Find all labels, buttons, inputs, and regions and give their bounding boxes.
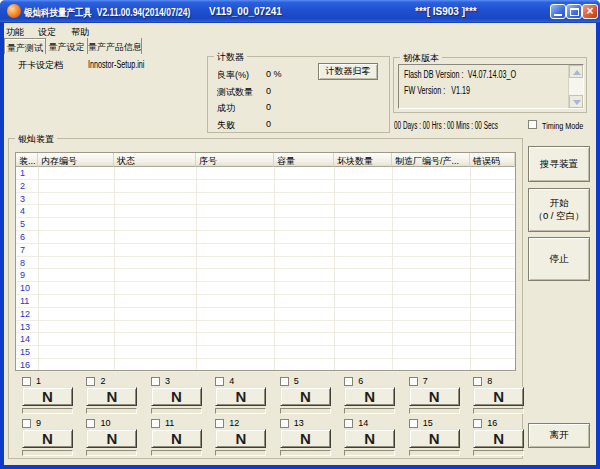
slot-number-11: 11 bbox=[165, 418, 174, 428]
slot-2: 2N bbox=[86, 376, 144, 418]
table-row[interactable]: 10 bbox=[16, 282, 515, 295]
slot-15: 15N bbox=[409, 418, 467, 460]
window-title: 银灿科技量产工具 V2.11.00.94(2014/07/24) bbox=[24, 6, 190, 20]
table-row[interactable]: 11 bbox=[16, 295, 515, 308]
slot-13: 13N bbox=[280, 418, 338, 460]
table-row[interactable]: 12 bbox=[16, 308, 515, 321]
column-header-2[interactable]: 状态 bbox=[114, 153, 196, 167]
slot-n-button-2[interactable]: N bbox=[86, 387, 137, 406]
slot-n-button-6[interactable]: N bbox=[344, 387, 395, 406]
slot-1: 1N bbox=[22, 376, 80, 418]
slot-progress-5 bbox=[280, 408, 331, 414]
counter-value-3: 0 bbox=[266, 119, 271, 129]
slot-checkbox-9[interactable] bbox=[22, 419, 31, 428]
slot-checkbox-8[interactable] bbox=[473, 377, 482, 386]
slot-progress-9 bbox=[22, 450, 73, 456]
column-header-4[interactable]: 容量 bbox=[274, 153, 334, 167]
slot-checkbox-2[interactable] bbox=[86, 377, 95, 386]
app-icon[interactable] bbox=[7, 4, 21, 18]
maximize-button[interactable] bbox=[566, 4, 582, 19]
slot-n-button-10[interactable]: N bbox=[86, 429, 137, 448]
table-row[interactable]: 16 bbox=[16, 359, 515, 372]
start-button[interactable]: 开始（0 / 空白） bbox=[528, 188, 590, 232]
slot-checkbox-3[interactable] bbox=[151, 377, 160, 386]
slot-checkbox-10[interactable] bbox=[86, 419, 95, 428]
table-row[interactable]: 6 bbox=[16, 231, 515, 244]
stop-button[interactable]: 停止 bbox=[528, 237, 590, 281]
slot-checkbox-13[interactable] bbox=[280, 419, 289, 428]
exit-button[interactable]: 离开 bbox=[528, 423, 590, 448]
scroll-down-icon[interactable] bbox=[569, 95, 583, 108]
table-row[interactable]: 7 bbox=[16, 244, 515, 257]
slot-16: 16N bbox=[473, 418, 531, 460]
slot-14: 14N bbox=[344, 418, 402, 460]
column-header-1[interactable]: 内存编号 bbox=[38, 153, 114, 167]
slot-n-button-14[interactable]: N bbox=[344, 429, 395, 448]
slot-n-button-7[interactable]: N bbox=[409, 387, 460, 406]
slot-7: 7N bbox=[409, 376, 467, 418]
search-devices-button[interactable]: 搜寻装置 bbox=[528, 146, 590, 182]
row-number: 16 bbox=[20, 360, 30, 370]
scroll-up-icon[interactable] bbox=[569, 65, 583, 78]
slot-n-button-9[interactable]: N bbox=[22, 429, 73, 448]
tab-2[interactable]: 量产产品信息 bbox=[88, 38, 142, 54]
slot-checkbox-15[interactable] bbox=[409, 419, 418, 428]
table-row[interactable]: 9 bbox=[16, 269, 515, 282]
table-row[interactable]: 8 bbox=[16, 257, 515, 270]
slot-checkbox-1[interactable] bbox=[22, 377, 31, 386]
column-header-5[interactable]: 坏块数量 bbox=[334, 153, 392, 167]
slot-number-13: 13 bbox=[294, 418, 304, 428]
table-row[interactable]: 15 bbox=[16, 346, 515, 359]
close-button[interactable]: × bbox=[582, 4, 598, 19]
minimize-button[interactable] bbox=[550, 4, 566, 19]
table-row[interactable]: 1 bbox=[16, 167, 515, 180]
tab-1[interactable]: 量产设定 bbox=[46, 38, 88, 54]
slot-checkbox-6[interactable] bbox=[344, 377, 353, 386]
slot-checkbox-11[interactable] bbox=[151, 419, 160, 428]
table-row[interactable]: 13 bbox=[16, 321, 515, 334]
table-row[interactable]: 14 bbox=[16, 333, 515, 346]
table-row[interactable]: 5 bbox=[16, 218, 515, 231]
config-file-value: Innostor-Setup.ini bbox=[88, 59, 166, 70]
tab-0[interactable]: 量产测试 bbox=[4, 38, 46, 54]
slot-checkbox-7[interactable] bbox=[409, 377, 418, 386]
table-row[interactable]: 2 bbox=[16, 180, 515, 193]
slot-checkbox-14[interactable] bbox=[344, 419, 353, 428]
slot-n-button-12[interactable]: N bbox=[215, 429, 266, 448]
column-header-0[interactable]: 装... bbox=[16, 153, 38, 167]
row-number: 2 bbox=[20, 181, 25, 191]
slot-progress-8 bbox=[473, 408, 524, 414]
slot-n-button-8[interactable]: N bbox=[473, 387, 524, 406]
counter-reset-button[interactable]: 计数器归零 bbox=[318, 63, 378, 80]
slot-n-button-3[interactable]: N bbox=[151, 387, 202, 406]
slot-n-button-16[interactable]: N bbox=[473, 429, 524, 448]
firmware-version-panel: Flash DB Version : V4.07.14.03_OFW Versi… bbox=[398, 64, 584, 109]
devices-table-header: 装...内存编号状态序号容量坏块数量制造厂编号/产...错误码 bbox=[16, 153, 515, 167]
title-bar: 银灿科技量产工具 V2.11.00.94(2014/07/24) V119_00… bbox=[0, 0, 600, 23]
slot-number-15: 15 bbox=[423, 418, 433, 428]
slot-n-button-13[interactable]: N bbox=[280, 429, 331, 448]
slot-n-button-11[interactable]: N bbox=[151, 429, 202, 448]
slot-6: 6N bbox=[344, 376, 402, 418]
table-row[interactable]: 4 bbox=[16, 205, 515, 218]
counter-label-0: 良率(%) bbox=[217, 69, 249, 82]
app-window: 银灿科技量产工具 V2.11.00.94(2014/07/24) V119_00… bbox=[0, 0, 600, 469]
slot-checkbox-12[interactable] bbox=[215, 419, 224, 428]
table-row[interactable]: 3 bbox=[16, 193, 515, 206]
column-header-6[interactable]: 制造厂编号/产... bbox=[392, 153, 470, 167]
row-number: 5 bbox=[20, 219, 25, 229]
slot-n-button-4[interactable]: N bbox=[215, 387, 266, 406]
slot-n-button-5[interactable]: N bbox=[280, 387, 331, 406]
slot-checkbox-4[interactable] bbox=[215, 377, 224, 386]
slot-checkbox-16[interactable] bbox=[473, 419, 482, 428]
column-header-7[interactable]: 错误码 bbox=[470, 153, 515, 167]
slot-progress-4 bbox=[215, 408, 266, 414]
slot-checkbox-5[interactable] bbox=[280, 377, 289, 386]
column-header-3[interactable]: 序号 bbox=[196, 153, 274, 167]
devices-table: 装...内存编号状态序号容量坏块数量制造厂编号/产...错误码 12345678… bbox=[15, 152, 516, 371]
slot-n-button-1[interactable]: N bbox=[22, 387, 73, 406]
slot-progress-1 bbox=[22, 408, 73, 414]
slot-progress-14 bbox=[344, 450, 395, 456]
slot-10: 10N bbox=[86, 418, 144, 460]
slot-n-button-15[interactable]: N bbox=[409, 429, 460, 448]
